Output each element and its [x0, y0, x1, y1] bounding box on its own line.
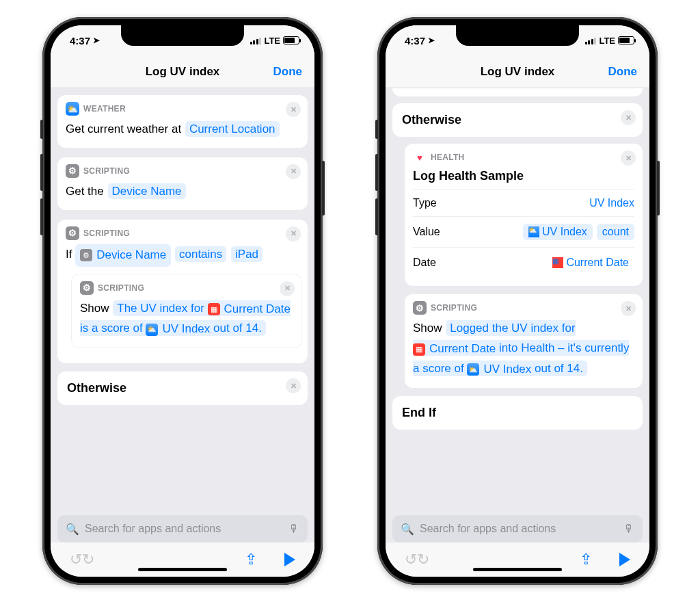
redo-button[interactable]: ↻: [82, 551, 94, 568]
category-label: SCRIPTING: [83, 228, 130, 238]
signal-icon: [250, 37, 262, 44]
action-show-result[interactable]: ⚙ SCRIPTING Show The UV index for ▦Curre…: [71, 274, 302, 349]
phone-right: 4:37 ➤ LTE Log UV index Done Otherwise: [377, 17, 658, 585]
category-label: SCRIPTING: [431, 303, 477, 313]
status-time: 4:37: [70, 35, 90, 47]
value-token[interactable]: ⛅ UV Index: [523, 224, 593, 240]
if-word: If: [66, 248, 72, 261]
home-indicator[interactable]: [473, 568, 562, 571]
type-label: Type: [413, 197, 437, 209]
close-icon[interactable]: [280, 281, 295, 296]
category-label: SCRIPTING: [83, 166, 130, 176]
notch: [121, 25, 244, 46]
carrier-label: LTE: [264, 36, 280, 46]
close-icon[interactable]: [621, 150, 636, 166]
done-button[interactable]: Done: [273, 65, 303, 79]
nav-bar: Log UV index Done: [386, 55, 649, 88]
type-value[interactable]: UV Index: [589, 197, 634, 209]
calendar-icon: ▦: [413, 343, 425, 356]
if-value-token[interactable]: iPad: [231, 246, 262, 262]
weather-app-icon: ⛅: [66, 102, 79, 116]
search-input[interactable]: 🔍 Search for apps and actions 🎙: [57, 515, 308, 542]
action-if[interactable]: ⚙ SCRIPTING If ⚙ Device Name contains iP…: [57, 220, 308, 274]
phone-left: 4:37 ➤ LTE Log UV index Done ⛅ WEATHER: [42, 17, 323, 585]
redo-button[interactable]: ↻: [417, 551, 429, 568]
weather-app-icon: ⛅: [528, 226, 539, 237]
gear-icon: ⚙: [413, 301, 427, 315]
show-word: Show: [80, 302, 109, 315]
date-value[interactable]: ▦ Current Date: [547, 254, 634, 271]
close-icon[interactable]: [621, 110, 636, 125]
microphone-icon[interactable]: 🎙: [288, 523, 299, 535]
close-icon[interactable]: [286, 102, 301, 117]
battery-icon: [618, 36, 634, 44]
shortcut-editor[interactable]: Otherwise ♥ HEALTH Log Health Sample Typ…: [386, 88, 649, 510]
undo-button[interactable]: ↺: [405, 551, 417, 568]
gear-icon: ⚙: [66, 226, 79, 240]
undo-button[interactable]: ↺: [70, 551, 82, 568]
action-text: Get the: [66, 185, 104, 198]
health-app-icon: ♥: [413, 150, 427, 164]
close-icon[interactable]: [286, 226, 301, 241]
if-container: ⚙ SCRIPTING If ⚙ Device Name contains iP…: [57, 220, 308, 363]
weather-app-icon: ⛅: [467, 363, 479, 376]
run-button[interactable]: [284, 553, 295, 566]
run-button[interactable]: [619, 553, 630, 566]
home-indicator[interactable]: [138, 568, 227, 571]
uv-index-var[interactable]: ⛅UV Index: [146, 319, 210, 339]
end-if-block[interactable]: End If: [392, 396, 643, 430]
category-label: SCRIPTING: [98, 283, 144, 293]
action-text: Get current weather at: [66, 122, 181, 135]
bottom-toolbar: ↺ ↻ ⇪: [51, 542, 314, 577]
calendar-icon: ▦: [208, 303, 220, 315]
share-button[interactable]: ⇪: [580, 551, 592, 568]
weather-app-icon: ⛅: [146, 324, 158, 336]
close-icon[interactable]: [286, 378, 301, 393]
gear-icon: ⚙: [80, 281, 94, 295]
status-time: 4:37: [405, 35, 425, 47]
search-input[interactable]: 🔍 Search for apps and actions 🎙: [392, 515, 643, 542]
show-word: Show: [413, 322, 442, 335]
nav-bar: Log UV index Done: [51, 55, 314, 88]
current-date-var[interactable]: ▦Current Date: [208, 300, 291, 319]
search-icon: 🔍: [401, 523, 414, 536]
done-button[interactable]: Done: [608, 65, 638, 79]
value-label: Value: [413, 226, 440, 238]
location-token[interactable]: Current Location: [185, 121, 280, 137]
gear-icon: ⚙: [66, 164, 79, 178]
otherwise-block[interactable]: Otherwise: [392, 103, 643, 137]
unit-token[interactable]: count: [597, 224, 634, 240]
action-get-device[interactable]: ⚙ SCRIPTING Get the Device Name: [57, 157, 308, 210]
carrier-label: LTE: [599, 36, 615, 46]
page-title: Log UV index: [481, 65, 555, 79]
if-condition-token[interactable]: contains: [175, 246, 226, 262]
action-title: Log Health Sample: [413, 168, 634, 184]
otherwise-block[interactable]: Otherwise: [57, 371, 308, 405]
location-arrow-icon: ➤: [428, 36, 435, 45]
show-text-token[interactable]: The UV index for ▦Current Date is a scor…: [80, 300, 291, 337]
page-title: Log UV index: [146, 65, 220, 79]
current-date-var[interactable]: ▦Current Date: [413, 339, 496, 359]
if-subject-token[interactable]: ⚙ Device Name: [75, 244, 171, 267]
date-label: Date: [413, 257, 436, 269]
search-icon: 🔍: [66, 523, 79, 536]
device-name-token[interactable]: Device Name: [108, 183, 186, 199]
share-button[interactable]: ⇪: [245, 551, 257, 568]
microphone-icon[interactable]: 🎙: [623, 523, 634, 535]
show-text-token[interactable]: Logged the UV index for ▦Current Date in…: [413, 320, 629, 376]
partial-card-above: [392, 88, 643, 96]
uv-index-var[interactable]: ⛅UV Index: [467, 360, 531, 380]
close-icon[interactable]: [286, 164, 301, 179]
calendar-icon: ▦: [552, 257, 563, 268]
search-placeholder: Search for apps and actions: [420, 523, 618, 535]
bottom-toolbar: ↺ ↻ ⇪: [386, 542, 649, 577]
signal-icon: [585, 37, 597, 44]
action-log-health[interactable]: ♥ HEALTH Log Health Sample Type UV Index…: [405, 144, 643, 286]
battery-icon: [283, 36, 299, 44]
action-show-result[interactable]: ⚙ SCRIPTING Show Logged the UV index for…: [405, 294, 643, 387]
category-label: WEATHER: [83, 104, 126, 114]
notch: [456, 25, 579, 46]
action-weather[interactable]: ⛅ WEATHER Get current weather at Current…: [57, 95, 308, 148]
gear-icon: ⚙: [80, 249, 92, 261]
shortcut-editor[interactable]: ⛅ WEATHER Get current weather at Current…: [51, 88, 314, 510]
